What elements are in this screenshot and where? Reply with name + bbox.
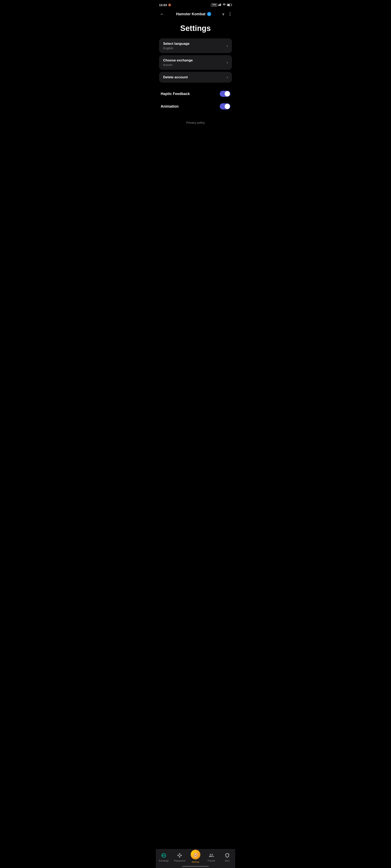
svg-rect-3 <box>221 3 221 6</box>
more-button[interactable]: ⋮ <box>228 11 232 17</box>
main-content: Settings Select language English › Choos… <box>156 21 235 126</box>
page-title: Settings <box>159 24 232 33</box>
choose-exchange-label: Choose exchange <box>163 58 193 62</box>
haptic-feedback-label: Haptic Feedback <box>161 92 190 96</box>
wifi-icon <box>223 3 226 6</box>
select-language-label: Select language <box>163 42 189 46</box>
verified-badge: ✓ <box>207 12 211 16</box>
signal-icon <box>218 3 222 6</box>
status-bar: 13:03 🔕 VPN <box>156 0 235 9</box>
svg-rect-0 <box>218 5 219 6</box>
animation-label: Animation <box>161 104 178 108</box>
choose-exchange-value: Kucoin <box>163 63 193 66</box>
haptic-feedback-toggle[interactable] <box>220 91 230 97</box>
delete-account-chevron: › <box>227 75 228 79</box>
select-language-item[interactable]: Select language English › <box>159 38 232 53</box>
time-display: 13:03 <box>159 3 167 7</box>
choose-exchange-chevron: › <box>227 60 228 65</box>
nav-title: Hamster Kombat <box>176 12 205 16</box>
choose-exchange-content: Choose exchange Kucoin <box>163 58 193 66</box>
settings-list: Select language English › Choose exchang… <box>159 38 232 83</box>
dropdown-button[interactable]: ∨ <box>222 12 225 16</box>
animation-item: Animation <box>160 100 231 113</box>
haptic-feedback-item: Haptic Feedback <box>160 88 231 100</box>
battery-indicator <box>227 4 232 6</box>
status-time: 13:03 🔕 <box>159 3 171 7</box>
nav-header: ← Hamster Kombat ✓ ∨ ⋮ <box>156 9 235 21</box>
mute-icon: 🔕 <box>168 3 171 6</box>
status-icons: 🔕 <box>168 3 171 6</box>
back-button[interactable]: ← <box>159 10 165 18</box>
nav-right-actions: ∨ ⋮ <box>222 11 232 17</box>
privacy-policy-link[interactable]: Privacy policy <box>159 119 232 126</box>
vpn-badge: VPN <box>211 3 217 6</box>
svg-rect-1 <box>219 4 220 6</box>
nav-title-group: Hamster Kombat ✓ <box>176 12 211 16</box>
svg-rect-2 <box>220 4 220 6</box>
select-language-content: Select language English <box>163 42 189 50</box>
delete-account-item[interactable]: Delete account › <box>159 72 232 83</box>
select-language-value: English <box>163 46 189 50</box>
status-right: VPN <box>211 3 232 6</box>
delete-account-content: Delete account <box>163 75 188 79</box>
animation-toggle[interactable] <box>220 103 230 110</box>
toggle-list: Haptic Feedback Animation <box>159 88 232 113</box>
choose-exchange-item[interactable]: Choose exchange Kucoin › <box>159 55 232 70</box>
delete-account-label: Delete account <box>163 75 188 79</box>
select-language-chevron: › <box>227 44 228 48</box>
